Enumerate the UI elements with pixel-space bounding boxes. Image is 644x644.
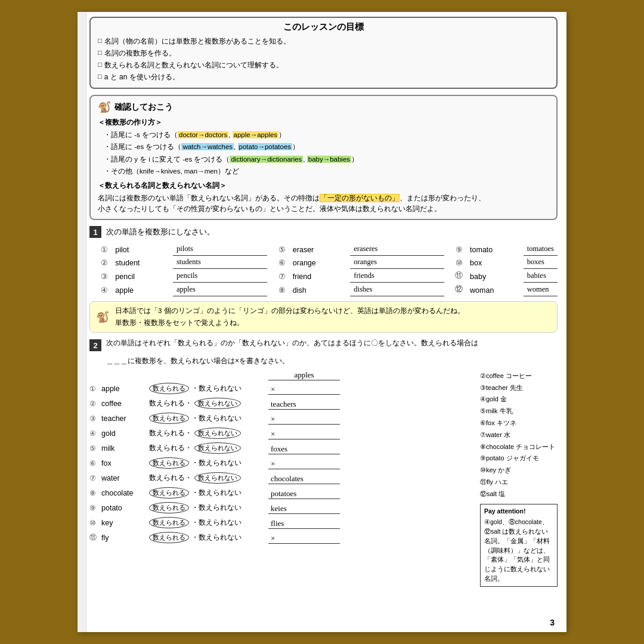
ex2-answer: × <box>268 457 340 469</box>
vocab-item: ⑧chocolate チョコレート <box>480 441 558 453</box>
ex2-answer: × <box>268 413 340 425</box>
exercise1-instruction: 次の単語を複数形にしなさい。 <box>106 227 215 237</box>
checkbox-icon-3: □ <box>98 61 102 68</box>
circled-label: 数えられない <box>194 428 241 439</box>
ex2-instruction-2: ＿＿＿に複数形を、数えられない場合は×を書きなさい。 <box>106 355 558 367</box>
table-row: ③ pencil pencils ⑦ friend friends ⑪ baby… <box>89 269 558 283</box>
vocab-item: ⑤milk 牛乳 <box>480 405 558 417</box>
lesson-goal-text-1: 名詞（物の名前）には単数形と複数形があることを知る。 <box>104 36 290 47</box>
ex2-num: ⑥ <box>89 459 101 467</box>
plural-rule-3: ・語尾の y を i に変えて -es をつける（dictionary→dict… <box>104 154 549 165</box>
lesson-goal-text-3: 数えられる名詞と数えられない名詞について理解する。 <box>104 60 283 70</box>
answer-cell: pencils <box>173 269 267 283</box>
answer-cell: apples <box>173 283 267 296</box>
exercise2-header-wrap: 2 次の単語はそれぞれ「数えられる」のか「数えられない」のか、あてはまるほうに〇… <box>89 338 558 366</box>
word-cell: woman <box>466 283 524 296</box>
ex2-answer: teachers <box>268 398 340 410</box>
exercise1-number: 1 <box>89 226 101 238</box>
answer-cell: babies <box>524 269 558 283</box>
num-cell: ⑩ <box>444 256 466 269</box>
ex2-column-header: apples <box>89 370 474 380</box>
circled-label: 数えられる <box>149 487 189 499</box>
word-cell: friend <box>289 269 350 283</box>
list-item: ③ teacher 数えられる・数えられない × <box>89 413 474 425</box>
ex2-word: water <box>101 474 149 482</box>
ex2-choice: 数えられる・数えられない <box>149 487 268 499</box>
num-cell: ⑦ <box>267 269 289 283</box>
plural-section-title: ＜複数形の作り方＞ <box>98 117 549 128</box>
ex2-word: potato <box>101 504 149 512</box>
ex2-num: ③ <box>89 414 101 423</box>
main-content: このレッスンの目標 □ 名詞（物の名前）には単数形と複数形があることを知る。 □… <box>89 12 558 587</box>
vocab-item: ⑪fly ハエ <box>480 476 558 488</box>
ex2-word: apple <box>101 385 149 393</box>
exercise1-header: 1 次の単語を複数形にしなさい。 <box>89 226 558 238</box>
list-item: ⑨ potato 数えられる・数えられない keies <box>89 502 474 514</box>
ex2-choice: 数えられる・数えられない <box>149 428 268 439</box>
word-cell: baby <box>466 269 524 283</box>
ex2-col-header-text: apples <box>268 370 340 380</box>
pay-attention-text: ④gold、⑧chocolate、⑫salt は数えられない名詞。「金属」「材料… <box>484 518 553 583</box>
circled-label: 数えられない <box>194 472 241 484</box>
answer-cell: women <box>524 283 558 296</box>
left-sidebar <box>78 12 86 632</box>
list-item: ① apple 数えられる・数えられない × <box>89 383 474 395</box>
ex2-choice: 数えられる・数えられない <box>149 442 268 454</box>
page-number: 3 <box>550 618 555 627</box>
ex2-choice: 数えられる・数えられない <box>149 517 268 528</box>
num-cell: ⑫ <box>444 283 466 296</box>
ex2-num: ⑪ <box>89 532 101 543</box>
ex2-answer: foxes <box>268 442 340 454</box>
exercise2-number: 2 <box>89 339 101 351</box>
vocab-item: ④gold 金 <box>480 394 558 405</box>
ex2-num: ⑩ <box>89 519 101 527</box>
monkey-tip-text: 日本語では「3 個のリンゴ」のように「リンゴ」の部分は変わらないけど、英語は単語… <box>115 305 465 329</box>
num-cell: ③ <box>89 269 112 283</box>
ex2-choice: 数えられる・数えられない <box>149 398 268 409</box>
ex2-left: apples ① apple 数えられる・数えられない × ② coffee <box>89 370 474 587</box>
list-item: ⑦ water 数えられる・数えられない chocolates <box>89 472 474 484</box>
ex2-choice: 数えられる・数えられない <box>149 532 268 543</box>
page-container: このレッスンの目標 □ 名詞（物の名前）には単数形と複数形があることを知る。 □… <box>78 12 566 632</box>
table-row: ② student students ⑥ orange oranges ⑩ bo… <box>89 256 558 269</box>
lesson-goal-item-1: □ 名詞（物の名前）には単数形と複数形があることを知る。 <box>98 36 549 47</box>
monkey-tip: 🐒 日本語では「3 個のリンゴ」のように「リンゴ」の部分は変わらないけど、英語は… <box>89 301 558 333</box>
circled-label: 数えられる <box>149 457 189 469</box>
ex2-answer: × <box>268 428 340 439</box>
kakunin-box: 🐒 確認しておこう ＜複数形の作り方＞ ・語尾に -s をつける（doctor→… <box>89 95 558 220</box>
list-item: ⑤ milk 数えられる・数えられない foxes <box>89 442 474 454</box>
checkbox-icon-4: □ <box>98 73 102 80</box>
answer-cell: eraseres <box>350 243 444 256</box>
num-cell: ⑨ <box>444 243 466 256</box>
word-cell: dish <box>289 283 350 296</box>
word-cell: apple <box>112 283 173 296</box>
lesson-goal-item-2: □ 名詞の複数形を作る。 <box>98 48 549 58</box>
num-cell: ④ <box>89 283 112 296</box>
ex2-answer: potatoes <box>268 487 340 499</box>
countable-text-2: 小さくなったりしても「その性質が変わらないもの」ということだ。液体や気体は数えら… <box>98 203 549 214</box>
ex2-answer: × <box>268 532 340 544</box>
monkey-tip-text-1: 日本語では「3 個のリンゴ」のように「リンゴ」の部分は変わらないけど、英語は単語… <box>115 307 465 314</box>
plural-rule-4: ・その他（knife→knives, man→men）など <box>104 166 549 177</box>
ex2-choice: 数えられる・数えられない <box>149 383 268 394</box>
kakunin-title-text: 確認しておこう <box>114 102 173 113</box>
list-item: ④ gold 数えられる・数えられない × <box>89 428 474 439</box>
ex2-layout: apples ① apple 数えられる・数えられない × ② coffee <box>89 370 558 587</box>
monkey-icon-1: 🐒 <box>98 101 111 114</box>
lesson-goal-item-3: □ 数えられる名詞と数えられない名詞について理解する。 <box>98 60 549 70</box>
ex2-word: coffee <box>101 400 149 408</box>
ex2-answer: × <box>268 383 340 395</box>
pay-attention-box: Pay attention! ④gold、⑧chocolate、⑫salt は数… <box>480 504 558 587</box>
vocab-item: ⑫salt 塩 <box>480 488 558 500</box>
list-item: ⑧ chocolate 数えられる・数えられない potatoes <box>89 487 474 499</box>
ex2-num: ⑧ <box>89 489 101 497</box>
vocab-item: ⑥fox キツネ <box>480 417 558 429</box>
exercise2-instruction: 次の単語はそれぞれ「数えられる」のか「数えられない」のか、あてはまるほうに〇をし… <box>106 338 478 349</box>
word-cell: tomato <box>466 243 524 256</box>
ex2-header-text: 次の単語はそれぞれ「数えられる」のか「数えられない」のか、あてはまるほうに〇をし… <box>106 339 478 347</box>
table-row: ④ apple apples ⑧ dish dishes ⑫ woman wom… <box>89 283 558 296</box>
lesson-goal-text-2: 名詞の複数形を作る。 <box>104 48 176 58</box>
ex2-answer: flies <box>268 517 340 529</box>
checkbox-icon-1: □ <box>98 37 102 44</box>
lesson-goal-title: このレッスンの目標 <box>98 21 549 33</box>
